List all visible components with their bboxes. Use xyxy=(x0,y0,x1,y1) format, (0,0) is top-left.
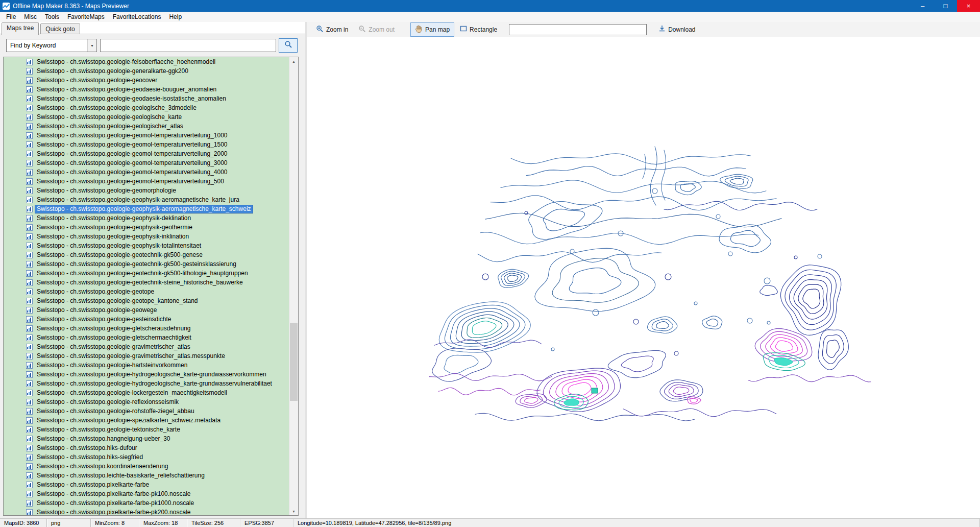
tree-row[interactable]: Swisstopo - ch.swisstopo.hangneigung-ueb… xyxy=(4,434,289,443)
zoom-out-button[interactable]: Zoom out xyxy=(354,22,399,37)
tree-row[interactable]: Swisstopo - ch.swisstopo.pixelkarte-farb… xyxy=(4,508,289,515)
tree-row-label: Swisstopo - ch.swisstopo.geologie-genera… xyxy=(35,67,190,75)
status-bar: MapsID: 3860pngMinZoom: 8MaxZoom: 18Tile… xyxy=(0,518,980,527)
download-button[interactable]: Download xyxy=(654,22,700,36)
tree-scrollbar[interactable]: ▲ ▼ xyxy=(289,57,298,515)
tree-row[interactable]: Swisstopo - ch.swisstopo.geologie-geotec… xyxy=(4,259,289,269)
tree-row[interactable]: Swisstopo - ch.swisstopo.geologie-gravim… xyxy=(4,342,289,351)
tree-row[interactable]: Swisstopo - ch.swisstopo.geologie-rohsto… xyxy=(4,406,289,416)
tree-row[interactable]: Swisstopo - ch.swisstopo.geologie-geomol… xyxy=(4,149,289,158)
maximize-button[interactable]: □ xyxy=(934,0,957,12)
tree-row[interactable]: Swisstopo - ch.swisstopo.geologie-geophy… xyxy=(4,223,289,232)
zoom-in-button[interactable]: Zoom in xyxy=(311,22,353,37)
pan-map-button[interactable]: Pan map xyxy=(410,22,454,37)
toolbar-input[interactable] xyxy=(509,24,647,35)
maps-tree-list[interactable]: Swisstopo - ch.swisstopo.geologie-felsob… xyxy=(4,57,289,515)
tree-row[interactable]: Swisstopo - ch.swisstopo.geologie-geotec… xyxy=(4,278,289,287)
tree-row[interactable]: Swisstopo - ch.swisstopo.hiks-siegfried xyxy=(4,452,289,462)
tree-row[interactable]: Swisstopo - ch.swisstopo.geologie-geophy… xyxy=(4,241,289,250)
map-layer-icon xyxy=(26,390,33,396)
tree-row[interactable]: Swisstopo - ch.swisstopo.leichte-basiska… xyxy=(4,471,289,480)
close-button[interactable]: × xyxy=(957,0,980,12)
tree-row[interactable]: Swisstopo - ch.swisstopo.geologie-spezia… xyxy=(4,416,289,425)
tree-row[interactable]: Swisstopo - ch.swisstopo.geologie-tekton… xyxy=(4,425,289,434)
menu-item-file[interactable]: File xyxy=(2,12,20,21)
tree-row[interactable]: Swisstopo - ch.swisstopo.geologie-geotop… xyxy=(4,296,289,305)
tree-row[interactable]: Swisstopo - ch.swisstopo.geologie-geomol… xyxy=(4,158,289,167)
tree-row[interactable]: Swisstopo - ch.swisstopo.geologie-locker… xyxy=(4,388,289,397)
menu-item-help[interactable]: Help xyxy=(165,12,186,21)
tree-row[interactable]: Swisstopo - ch.swisstopo.geologie-geophy… xyxy=(4,204,289,213)
tree-row[interactable]: Swisstopo - ch.swisstopo.pixelkarte-farb… xyxy=(4,489,289,498)
tree-row[interactable]: Swisstopo - ch.swisstopo.geologie-hydrog… xyxy=(4,370,289,379)
tree-row[interactable]: Swisstopo - ch.swisstopo.geologie-gravim… xyxy=(4,351,289,361)
scroll-down-icon[interactable]: ▼ xyxy=(289,507,298,515)
menu-item-favoritelocations[interactable]: FavoriteLocations xyxy=(109,12,165,21)
tree-row[interactable]: Swisstopo - ch.swisstopo.geologie-geomol… xyxy=(4,131,289,140)
tree-row-label: Swisstopo - ch.swisstopo.hangneigung-ueb… xyxy=(35,435,172,443)
tree-row[interactable]: Swisstopo - ch.swisstopo.geologie-geophy… xyxy=(4,195,289,204)
map-layer-icon xyxy=(26,454,33,461)
tree-row-label: Swisstopo - ch.swisstopo.geologie-geotec… xyxy=(35,251,204,259)
tree-row[interactable]: Swisstopo - ch.swisstopo.geologie-geomol… xyxy=(4,177,289,186)
menu-item-tools[interactable]: Tools xyxy=(41,12,63,21)
tree-row[interactable]: Swisstopo - ch.swisstopo.geologie-geomol… xyxy=(4,140,289,149)
tree-row[interactable]: Swisstopo - ch.swisstopo.geologie-hartst… xyxy=(4,361,289,370)
search-button[interactable] xyxy=(279,38,298,53)
zoom-out-icon xyxy=(358,25,366,34)
status-min-zoom: MinZoom: 8 xyxy=(91,519,139,527)
map-layer-icon xyxy=(26,270,33,277)
tree-row[interactable]: Swisstopo - ch.swisstopo.geologie-geotop… xyxy=(4,287,289,296)
tree-row[interactable]: Swisstopo - ch.swisstopo.geologie-geophy… xyxy=(4,232,289,241)
tree-row-label: Swisstopo - ch.swisstopo.geologie-gletsc… xyxy=(35,325,192,332)
tree-row-label: Swisstopo - ch.swisstopo.hiks-dufour xyxy=(35,444,139,452)
tree-row[interactable]: Swisstopo - ch.swisstopo.geologie-genera… xyxy=(4,66,289,76)
map-layer-icon xyxy=(26,86,33,93)
search-input[interactable] xyxy=(100,39,276,52)
search-mode-dropdown[interactable]: Find by Keyword ▼ xyxy=(6,39,97,52)
tree-row[interactable]: Swisstopo - ch.swisstopo.geologie-geolog… xyxy=(4,122,289,131)
tree-row[interactable]: Swisstopo - ch.swisstopo.geologie-reflex… xyxy=(4,397,289,406)
menu-item-misc[interactable]: Misc xyxy=(20,12,41,21)
tree-row[interactable]: Swisstopo - ch.swisstopo.geologie-geolog… xyxy=(4,103,289,112)
tree-row[interactable]: Swisstopo - ch.swisstopo.geologie-geocov… xyxy=(4,76,289,85)
tree-row[interactable]: Swisstopo - ch.swisstopo.geologie-gletsc… xyxy=(4,324,289,333)
menu-item-favoritemaps[interactable]: FavoriteMaps xyxy=(63,12,109,21)
map-canvas[interactable] xyxy=(307,37,980,518)
scrollbar-thumb[interactable] xyxy=(290,323,298,400)
tree-row[interactable]: Swisstopo - ch.swisstopo.geologie-geotec… xyxy=(4,269,289,278)
scroll-up-icon[interactable]: ▲ xyxy=(289,57,298,65)
map-layer-icon xyxy=(26,463,33,470)
tree-row-label: Swisstopo - ch.swisstopo.geologie-hartst… xyxy=(35,362,189,369)
tab-maps-tree[interactable]: Maps tree xyxy=(2,22,39,35)
tree-row[interactable]: Swisstopo - ch.swisstopo.geologie-geolog… xyxy=(4,112,289,122)
map-layer-icon xyxy=(26,224,33,231)
tree-row-label: Swisstopo - ch.swisstopo.geologie-geomol… xyxy=(35,159,229,167)
rectangle-button[interactable]: Rectangle xyxy=(455,23,502,36)
tree-row[interactable]: Swisstopo - ch.swisstopo.hiks-dufour xyxy=(4,443,289,452)
tree-row[interactable]: Swisstopo - ch.swisstopo.pixelkarte-farb… xyxy=(4,480,289,489)
tree-row-label: Swisstopo - ch.swisstopo.pixelkarte-farb… xyxy=(35,481,151,489)
tree-row-label: Swisstopo - ch.swisstopo.geologie-geolog… xyxy=(35,123,185,130)
tree-row[interactable]: Swisstopo - ch.swisstopo.geologie-geomol… xyxy=(4,167,289,177)
tree-row[interactable]: Swisstopo - ch.swisstopo.geologie-gletsc… xyxy=(4,333,289,342)
minimize-button[interactable]: – xyxy=(911,0,934,12)
tree-row[interactable]: Swisstopo - ch.swisstopo.geologie-geotec… xyxy=(4,250,289,259)
tree-row[interactable]: Swisstopo - ch.swisstopo.geologie-felsob… xyxy=(4,57,289,66)
map-viewport[interactable] xyxy=(307,37,980,518)
tree-row[interactable]: Swisstopo - ch.swisstopo.geologie-geophy… xyxy=(4,213,289,223)
window-title: Offline Map Maker 8.363 - Maps Previewer xyxy=(13,3,129,10)
tree-row[interactable]: Swisstopo - ch.swisstopo.geologie-geodae… xyxy=(4,85,289,94)
map-layer-icon xyxy=(26,289,33,295)
zoom-in-label: Zoom in xyxy=(326,26,348,33)
tree-row[interactable]: Swisstopo - ch.swisstopo.koordinatenaend… xyxy=(4,462,289,471)
tree-row[interactable]: Swisstopo - ch.swisstopo.geologie-geoweg… xyxy=(4,305,289,315)
tree-row[interactable]: Swisstopo - ch.swisstopo.geologie-gestei… xyxy=(4,315,289,324)
tab-quick-goto[interactable]: Quick goto xyxy=(40,23,80,35)
chevron-down-icon[interactable]: ▼ xyxy=(87,39,96,52)
tree-row[interactable]: Swisstopo - ch.swisstopo.geologie-geodae… xyxy=(4,94,289,103)
panel-splitter[interactable] xyxy=(305,22,307,518)
tree-row[interactable]: Swisstopo - ch.swisstopo.geologie-hydrog… xyxy=(4,379,289,388)
tree-row[interactable]: Swisstopo - ch.swisstopo.pixelkarte-farb… xyxy=(4,498,289,508)
tree-row[interactable]: Swisstopo - ch.swisstopo.geologie-geomor… xyxy=(4,186,289,195)
